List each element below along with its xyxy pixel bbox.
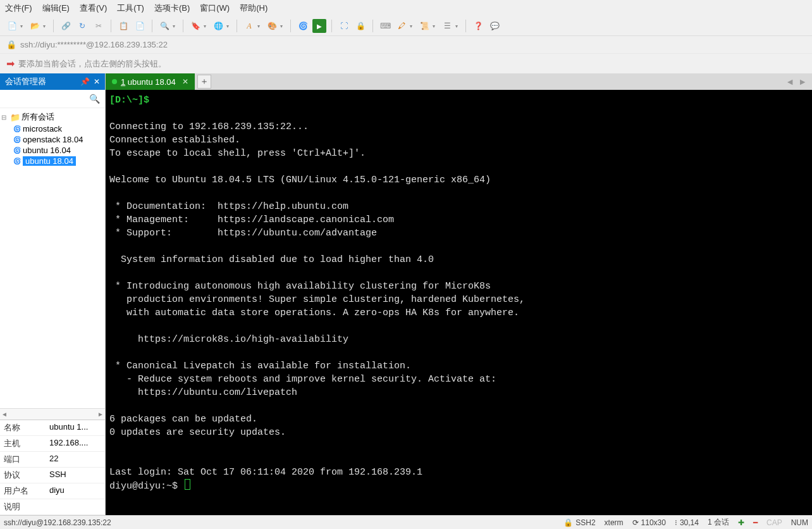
fullscreen-icon[interactable]: ⛶ bbox=[337, 19, 351, 33]
prop-key: 用户名 bbox=[0, 483, 46, 499]
copy-icon[interactable]: 📋 bbox=[116, 19, 130, 33]
toolbar: 📄▾ 📂▾ 🔗 ↻ ✂ 📋 📄 🔍▾ 🔖▾ 🌐▾ A▾ 🎨▾ 🌀 ▶ ⛶ 🔒 ⌨… bbox=[0, 16, 812, 36]
tab-close-icon[interactable]: ✕ bbox=[182, 77, 188, 86]
dropdown-icon[interactable]: ▾ bbox=[455, 23, 460, 29]
dropdown-icon[interactable]: ▾ bbox=[173, 23, 178, 29]
open-folder-icon[interactable]: 📂 bbox=[28, 19, 42, 33]
chat-icon[interactable]: 💬 bbox=[488, 19, 501, 33]
pin-icon[interactable]: 📌 bbox=[80, 77, 90, 86]
session-icon: 🌀 bbox=[13, 125, 22, 132]
separator bbox=[53, 20, 54, 32]
session-label: ubuntu 18.04 bbox=[23, 156, 76, 166]
menu-file[interactable]: 文件(F) bbox=[5, 3, 32, 14]
lock-icon[interactable]: 🔒 bbox=[354, 19, 367, 33]
prop-row: 说明 bbox=[0, 499, 105, 515]
prop-value: 192.168.... bbox=[46, 436, 105, 451]
session-search[interactable]: 🔍 bbox=[0, 90, 105, 108]
tab-label: 1 ubuntu 18.04 bbox=[121, 77, 176, 87]
collapse-icon[interactable]: ⊟ bbox=[1, 114, 9, 121]
status-cap: CAP bbox=[766, 518, 782, 527]
panel-title-text: 会话管理器 bbox=[5, 76, 46, 87]
menu-tabs[interactable]: 选项卡(B) bbox=[154, 3, 190, 14]
status-connection: ssh://diyu@192.168.239.135:22 bbox=[4, 518, 111, 527]
list-icon[interactable]: ☰ bbox=[440, 19, 454, 33]
globe-icon[interactable]: 🌐 bbox=[211, 19, 225, 33]
refresh-icon[interactable]: ↻ bbox=[75, 19, 89, 33]
dropdown-icon[interactable]: ▾ bbox=[20, 23, 25, 29]
session-label: microstack bbox=[23, 124, 62, 134]
tab-prev-icon[interactable]: ◄ bbox=[785, 77, 794, 87]
prop-key: 协议 bbox=[0, 468, 46, 483]
dropdown-icon[interactable]: ▾ bbox=[433, 23, 438, 29]
tab-ubuntu-1804[interactable]: 1 ubuntu 18.04 ✕ bbox=[106, 73, 195, 90]
tree-root-label: 所有会话 bbox=[22, 111, 54, 123]
terminal[interactable]: [D:\~]$ Connecting to 192.168.239.135:22… bbox=[106, 90, 812, 515]
status-bar: ssh://diyu@192.168.239.135:22 🔒SSH2 xter… bbox=[0, 515, 812, 529]
menu-window[interactable]: 窗口(W) bbox=[200, 3, 230, 14]
close-panel-icon[interactable]: ✕ bbox=[94, 77, 100, 86]
menubar: 文件(F) 编辑(E) 查看(V) 工具(T) 选项卡(B) 窗口(W) 帮助(… bbox=[0, 0, 812, 16]
separator bbox=[290, 20, 291, 32]
keyboard-icon[interactable]: ⌨ bbox=[378, 19, 392, 33]
dropdown-icon[interactable]: ▾ bbox=[257, 23, 262, 29]
status-plus-icon[interactable]: ✚ bbox=[738, 518, 744, 527]
scroll-left-icon[interactable]: ◄ bbox=[1, 411, 8, 418]
font-icon[interactable]: A bbox=[242, 19, 256, 33]
help-icon[interactable]: ❓ bbox=[471, 19, 485, 33]
session-manager-title: 会话管理器 📌 ✕ bbox=[0, 73, 105, 90]
scroll-right-icon[interactable]: ► bbox=[97, 411, 104, 418]
paste-icon[interactable]: 📄 bbox=[133, 19, 147, 33]
prop-value: 22 bbox=[46, 452, 105, 467]
menu-view[interactable]: 查看(V) bbox=[80, 3, 107, 14]
menu-edit[interactable]: 编辑(E) bbox=[42, 3, 70, 14]
session-label: ubuntu 16.04 bbox=[23, 146, 71, 155]
arrow-icon[interactable]: ➡ bbox=[6, 58, 15, 70]
tab-next-icon[interactable]: ► bbox=[798, 77, 807, 87]
prop-row: 端口22 bbox=[0, 452, 105, 468]
disconnect-icon[interactable]: ✂ bbox=[92, 19, 106, 33]
dropdown-icon[interactable]: ▾ bbox=[43, 23, 48, 29]
bookmark-icon[interactable]: 🔖 bbox=[188, 19, 202, 33]
dropdown-icon[interactable]: ▾ bbox=[280, 23, 285, 29]
session-icon: 🌀 bbox=[13, 147, 22, 154]
prop-key: 端口 bbox=[0, 452, 46, 467]
spiral-icon[interactable]: 🌀 bbox=[296, 19, 310, 33]
tree-root[interactable]: ⊟ 📁 所有会话 bbox=[1, 111, 104, 123]
tab-bar: 1 ubuntu 18.04 ✕ ＋ ◄ ► bbox=[106, 73, 812, 90]
session-icon: 🌀 bbox=[13, 158, 22, 165]
separator bbox=[465, 20, 466, 32]
search-icon[interactable]: 🔍 bbox=[157, 19, 171, 33]
address-bar[interactable]: 🔒 ssh://diyu:*********@192.168.239.135:2… bbox=[0, 36, 812, 53]
address-url: ssh://diyu:*********@192.168.239.135:22 bbox=[20, 40, 168, 49]
prop-value: SSH bbox=[46, 468, 105, 483]
highlighter-icon[interactable]: 🖍 bbox=[395, 19, 409, 33]
prop-value bbox=[46, 499, 105, 514]
link-icon[interactable]: 🔗 bbox=[59, 19, 73, 33]
dropdown-icon[interactable]: ▾ bbox=[226, 23, 231, 29]
session-item-microstack[interactable]: 🌀 microstack bbox=[1, 123, 104, 134]
search-icon[interactable]: 🔍 bbox=[87, 92, 102, 105]
new-session-icon[interactable]: 📄 bbox=[5, 19, 19, 33]
prop-row: 协议SSH bbox=[0, 468, 105, 483]
menu-tools[interactable]: 工具(T) bbox=[117, 3, 144, 14]
new-tab-button[interactable]: ＋ bbox=[197, 75, 211, 89]
horizontal-scrollbar[interactable]: ◄ ► bbox=[0, 408, 105, 420]
dropdown-icon[interactable]: ▾ bbox=[204, 23, 209, 29]
session-icon: 🌀 bbox=[13, 136, 22, 143]
session-tree[interactable]: ⊟ 📁 所有会话 🌀 microstack 🌀 openstack 18.04 … bbox=[0, 108, 105, 408]
lock-icon: 🔒 bbox=[563, 518, 573, 527]
session-item-ubuntu16[interactable]: 🌀 ubuntu 16.04 bbox=[1, 145, 104, 156]
dropdown-icon[interactable]: ▾ bbox=[410, 23, 415, 29]
status-cursor-pos: ⁝ 30,14 bbox=[675, 518, 699, 527]
separator bbox=[152, 20, 152, 32]
session-item-ubuntu18[interactable]: 🌀 ubuntu 18.04 bbox=[1, 156, 104, 166]
script-icon[interactable]: 📜 bbox=[417, 19, 431, 33]
connected-dot-icon bbox=[112, 79, 117, 84]
color-icon[interactable]: 🎨 bbox=[265, 19, 279, 33]
status-term: xterm bbox=[605, 518, 624, 527]
terminal-icon[interactable]: ▶ bbox=[312, 19, 326, 33]
folder-icon: 📁 bbox=[10, 113, 20, 122]
status-minus-icon[interactable]: ━ bbox=[753, 518, 758, 527]
menu-help[interactable]: 帮助(H) bbox=[240, 3, 268, 14]
session-item-openstack[interactable]: 🌀 openstack 18.04 bbox=[1, 134, 104, 145]
